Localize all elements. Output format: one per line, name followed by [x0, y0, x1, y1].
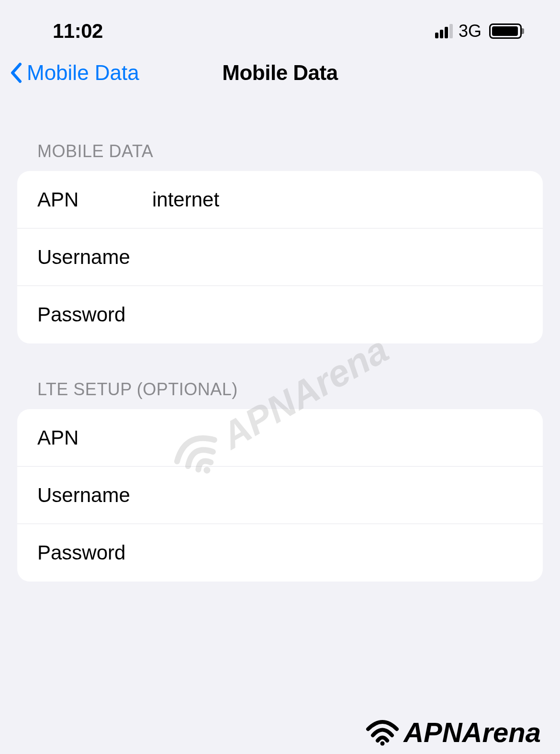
wifi-icon — [365, 719, 400, 746]
status-indicators: 3G — [435, 21, 522, 41]
label-username: Username — [37, 246, 152, 269]
input-apn[interactable] — [152, 188, 523, 211]
label-apn: APN — [37, 188, 152, 211]
input-password[interactable] — [152, 303, 523, 326]
section-header-lte: LTE SETUP (OPTIONAL) — [0, 379, 560, 409]
nav-bar: Mobile Data Mobile Data — [0, 53, 560, 96]
row-lte-apn[interactable]: APN — [17, 409, 543, 467]
network-type: 3G — [459, 21, 482, 41]
signal-icon — [435, 24, 453, 38]
input-lte-password[interactable] — [152, 541, 523, 564]
label-lte-password: Password — [37, 541, 152, 564]
row-password[interactable]: Password — [17, 286, 543, 343]
row-username[interactable]: Username — [17, 228, 543, 286]
row-lte-password[interactable]: Password — [17, 524, 543, 582]
battery-icon — [489, 23, 522, 39]
page-title: Mobile Data — [222, 61, 337, 85]
label-lte-apn: APN — [37, 426, 152, 449]
group-mobile-data: APN Username Password — [17, 171, 543, 343]
input-lte-apn[interactable] — [152, 426, 523, 449]
row-lte-username[interactable]: Username — [17, 467, 543, 524]
bottom-logo: APNArena — [365, 716, 541, 748]
label-lte-username: Username — [37, 484, 152, 507]
input-username[interactable] — [152, 246, 523, 269]
back-label: Mobile Data — [27, 61, 139, 85]
group-lte: APN Username Password — [17, 409, 543, 582]
section-header-mobile-data: MOBILE DATA — [0, 141, 560, 171]
back-button[interactable]: Mobile Data — [10, 61, 139, 85]
logo-text: APNArena — [403, 716, 541, 748]
row-apn[interactable]: APN — [17, 171, 543, 228]
chevron-left-icon — [10, 62, 22, 83]
svg-point-1 — [381, 741, 385, 745]
status-time: 11:02 — [53, 20, 103, 43]
status-bar: 11:02 3G — [0, 0, 560, 53]
input-lte-username[interactable] — [152, 484, 523, 507]
label-password: Password — [37, 303, 152, 326]
